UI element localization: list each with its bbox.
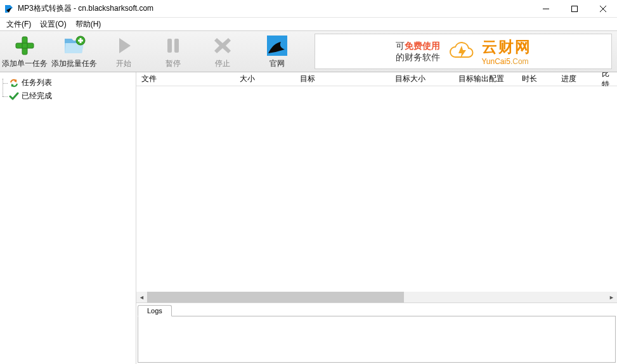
stop-label: 停止 bbox=[215, 58, 230, 69]
menu-file[interactable]: 文件(F) bbox=[3, 18, 35, 31]
shark-icon bbox=[266, 34, 289, 57]
sidebar-completed-label: 已经完成 bbox=[22, 91, 52, 101]
sidebar-item-completed[interactable]: 已经完成 bbox=[9, 89, 136, 103]
maximize-button[interactable] bbox=[560, 0, 588, 18]
content-area: 文件 大小 目标 目标大小 目标输出配置 时长 进度 比特 ◄ ► Logs bbox=[136, 72, 617, 364]
logs-textarea[interactable] bbox=[138, 316, 616, 363]
sidebar-item-tasklist[interactable]: 任务列表 bbox=[9, 76, 136, 89]
menu-help[interactable]: 帮助(H) bbox=[72, 18, 105, 31]
window-title: MP3格式转换器 - cn.blacksharksoft.com bbox=[18, 3, 531, 14]
col-duration[interactable]: 时长 bbox=[517, 74, 556, 84]
scroll-right-icon[interactable]: ► bbox=[606, 292, 617, 302]
table-body[interactable] bbox=[136, 86, 617, 292]
main-area: 任务列表 已经完成 文件 大小 目标 目标大小 目标输出配置 时长 进度 比特 … bbox=[0, 72, 617, 364]
add-batch-task-button[interactable]: 添加批量任务 bbox=[49, 31, 99, 72]
app-icon bbox=[4, 4, 14, 14]
logs-tab[interactable]: Logs bbox=[138, 305, 172, 316]
check-icon bbox=[9, 91, 19, 101]
col-target-size[interactable]: 目标大小 bbox=[390, 74, 453, 84]
col-target[interactable]: 目标 bbox=[295, 74, 390, 84]
website-button[interactable]: 官网 bbox=[252, 31, 302, 72]
svg-rect-16 bbox=[174, 39, 179, 53]
svg-rect-8 bbox=[16, 43, 34, 48]
close-button[interactable] bbox=[588, 0, 617, 18]
horizontal-scrollbar[interactable]: ◄ ► bbox=[136, 292, 617, 302]
stop-button[interactable]: 停止 bbox=[198, 31, 247, 72]
titlebar: MP3格式转换器 - cn.blacksharksoft.com bbox=[0, 0, 617, 18]
scroll-left-icon[interactable]: ◄ bbox=[136, 292, 147, 302]
cloud-icon bbox=[448, 39, 476, 63]
start-label: 开始 bbox=[116, 58, 131, 69]
add-single-label: 添加单一任务 bbox=[2, 58, 48, 69]
add-single-task-button[interactable]: 添加单一任务 bbox=[0, 31, 49, 72]
col-progress[interactable]: 进度 bbox=[556, 74, 597, 84]
stop-x-icon bbox=[211, 34, 234, 57]
plus-icon bbox=[13, 34, 36, 57]
toolbar: 添加单一任务 添加批量任务 开始 暂停 停止 官网 可免费使用 的财务软件 bbox=[0, 30, 617, 72]
svg-marker-14 bbox=[119, 38, 131, 53]
folder-plus-icon bbox=[63, 34, 86, 57]
start-button[interactable]: 开始 bbox=[99, 31, 148, 72]
banner-brand-block: 云财网 YunCai5.Com bbox=[482, 37, 531, 66]
banner-text: 可免费使用 的财务软件 bbox=[396, 40, 440, 63]
scroll-thumb[interactable] bbox=[147, 292, 404, 302]
table-header: 文件 大小 目标 目标大小 目标输出配置 时长 进度 比特 bbox=[136, 72, 617, 86]
svg-rect-13 bbox=[78, 39, 83, 41]
pause-label: 暂停 bbox=[166, 58, 181, 69]
play-icon bbox=[112, 34, 135, 57]
add-batch-label: 添加批量任务 bbox=[51, 58, 97, 69]
col-size[interactable]: 大小 bbox=[235, 74, 295, 84]
col-output-profile[interactable]: 目标输出配置 bbox=[453, 74, 517, 84]
svg-rect-4 bbox=[571, 6, 577, 11]
sidebar: 任务列表 已经完成 bbox=[0, 72, 136, 364]
col-file[interactable]: 文件 bbox=[136, 74, 235, 84]
pause-button[interactable]: 暂停 bbox=[148, 31, 198, 72]
sidebar-tasklist-label: 任务列表 bbox=[22, 77, 52, 88]
ad-banner[interactable]: 可免费使用 的财务软件 云财网 YunCai5.Com bbox=[315, 34, 612, 69]
website-label: 官网 bbox=[270, 58, 285, 69]
scroll-track[interactable] bbox=[147, 292, 606, 302]
svg-rect-15 bbox=[167, 39, 172, 53]
logs-section: Logs bbox=[136, 302, 617, 364]
menubar: 文件(F) 设置(O) 帮助(H) bbox=[0, 18, 617, 30]
refresh-icon bbox=[9, 78, 19, 88]
minimize-button[interactable] bbox=[531, 0, 560, 18]
pause-icon bbox=[162, 34, 185, 57]
menu-settings[interactable]: 设置(O) bbox=[36, 18, 70, 31]
